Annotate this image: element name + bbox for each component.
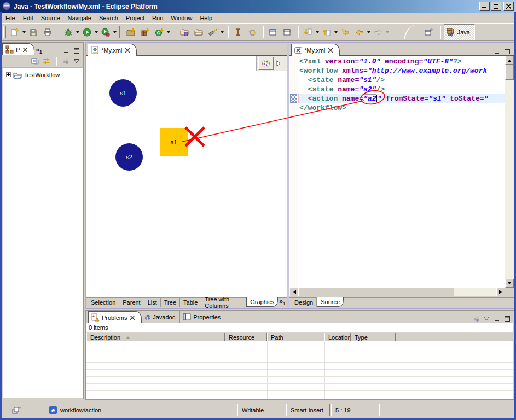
- new-wizard-dropdown[interactable]: [22, 31, 26, 35]
- scroll-up-icon[interactable]: [505, 56, 514, 65]
- column-type[interactable]: Type: [351, 332, 396, 342]
- window-remove-button[interactable]: [280, 26, 294, 39]
- open-resource-button[interactable]: [192, 26, 206, 39]
- external-tools-button[interactable]: [98, 26, 113, 39]
- menu-search[interactable]: Search: [95, 14, 122, 22]
- view-menu-icon[interactable]: [72, 57, 81, 65]
- maximize-editor-icon[interactable]: [503, 48, 512, 55]
- column-path[interactable]: Path: [267, 332, 324, 342]
- code-line[interactable]: <state name="s1"/>: [299, 75, 505, 85]
- maximize-view-icon[interactable]: [72, 47, 81, 55]
- view-menu-icon[interactable]: [482, 315, 491, 323]
- scroll-left-icon[interactable]: [289, 288, 298, 296]
- open-type-button[interactable]: [177, 26, 192, 39]
- menu-edit[interactable]: Edit: [19, 14, 37, 22]
- search-dropdown[interactable]: [221, 31, 224, 35]
- bottom-tab-overflow-chevron[interactable]: »1: [278, 298, 287, 306]
- code-lines[interactable]: <?xml version="1.0" encoding="UTF-8"?><w…: [299, 56, 505, 288]
- vertical-scroll-thumb[interactable]: [505, 65, 514, 80]
- annotation-ruler[interactable]: [289, 56, 298, 288]
- tab-package-explorer[interactable]: P: [2, 43, 34, 55]
- java-perspective-button[interactable]: Java: [444, 24, 475, 40]
- jar-refresh-button[interactable]: [245, 26, 259, 39]
- last-edit-location-button[interactable]: [338, 26, 352, 39]
- menu-source[interactable]: Source: [37, 14, 64, 22]
- new-class-button[interactable]: [152, 26, 166, 39]
- menu-run[interactable]: Run: [148, 14, 167, 22]
- column-location[interactable]: Location: [324, 332, 351, 342]
- tab-source-myxml[interactable]: *My.xml: [291, 44, 340, 56]
- print-button[interactable]: [40, 26, 55, 39]
- minimize-editor-icon[interactable]: [492, 48, 501, 55]
- previous-annotation-button[interactable]: [320, 26, 334, 39]
- btab-parent[interactable]: Parent: [119, 298, 144, 307]
- tab-javadoc[interactable]: @ Javadoc: [142, 311, 180, 323]
- palette-expand-arrow-icon[interactable]: [275, 60, 281, 67]
- link-with-editor-icon[interactable]: [42, 57, 50, 65]
- palette-button[interactable]: [258, 57, 274, 70]
- new-wizard-button[interactable]: [8, 26, 22, 39]
- debug-button[interactable]: [61, 26, 76, 39]
- column-description[interactable]: Description: [86, 332, 225, 342]
- state-node-s2[interactable]: s2: [115, 143, 143, 171]
- fast-view-button[interactable]: [7, 404, 22, 416]
- external-tools-dropdown[interactable]: [113, 31, 117, 35]
- graphics-canvas[interactable]: s1 s2 a1: [86, 55, 287, 298]
- minimize-button[interactable]: [479, 2, 490, 11]
- maximize-view-icon[interactable]: [503, 315, 512, 323]
- tab-overflow-chevron[interactable]: »1: [34, 46, 43, 55]
- menu-project[interactable]: Project: [122, 14, 148, 22]
- next-annotation-button[interactable]: [301, 26, 315, 39]
- code-line[interactable]: <state name="s2"/>: [299, 85, 505, 94]
- ruler-annotation-marker[interactable]: [290, 94, 297, 103]
- forward-dropdown[interactable]: [386, 31, 389, 35]
- problems-filter-icon[interactable]: [472, 315, 480, 323]
- close-icon[interactable]: [328, 48, 333, 52]
- menu-help[interactable]: Help: [196, 14, 216, 22]
- filters-icon[interactable]: [61, 57, 70, 65]
- close-button[interactable]: [503, 2, 514, 11]
- collapse-all-icon[interactable]: [31, 57, 39, 65]
- back-button[interactable]: [352, 26, 367, 39]
- column-resource[interactable]: Resource: [225, 332, 267, 342]
- save-button[interactable]: [26, 26, 40, 39]
- new-class-dropdown[interactable]: [167, 31, 170, 35]
- code-line[interactable]: </workflow>: [299, 103, 505, 113]
- btab-tree-with-columns[interactable]: Tree with Columns: [201, 298, 246, 307]
- btab-selection[interactable]: Selection: [88, 298, 119, 307]
- title-bar[interactable]: Java - TestWorkflow/My.xml - Eclipse Pla…: [0, 0, 516, 13]
- scroll-down-icon[interactable]: [505, 279, 514, 288]
- window-add-button[interactable]: [266, 26, 280, 39]
- close-icon[interactable]: [125, 48, 130, 52]
- problems-table-body[interactable]: [86, 341, 513, 399]
- new-java-project-button[interactable]: [124, 26, 138, 39]
- menu-window[interactable]: Window: [167, 14, 196, 22]
- open-perspective-button[interactable]: [422, 25, 436, 39]
- back-dropdown[interactable]: [367, 31, 370, 35]
- scroll-right-icon[interactable]: [496, 288, 505, 296]
- source-text-area[interactable]: <?xml version="1.0" encoding="UTF-8"?><w…: [289, 55, 514, 288]
- forward-button[interactable]: [371, 26, 385, 39]
- horizontal-scrollbar[interactable]: [289, 288, 505, 296]
- code-line[interactable]: <workflow xmlns="http://www.example.org/…: [299, 66, 505, 75]
- vertical-scrollbar[interactable]: [505, 56, 514, 288]
- close-icon[interactable]: [23, 48, 27, 52]
- search-button[interactable]: [206, 26, 220, 39]
- code-line[interactable]: <?xml version="1.0" encoding="UTF-8"?>: [299, 57, 505, 66]
- maximize-button[interactable]: [491, 2, 501, 11]
- btab-table[interactable]: Table: [180, 298, 201, 307]
- minimize-view-icon[interactable]: [492, 315, 501, 323]
- btab-tree[interactable]: Tree: [161, 298, 180, 307]
- btab-source[interactable]: Source: [317, 297, 344, 307]
- btab-design[interactable]: Design: [291, 298, 317, 307]
- new-package-button[interactable]: [138, 26, 152, 39]
- horizontal-scroll-thumb[interactable]: [298, 288, 454, 296]
- minimize-view-icon[interactable]: [62, 47, 71, 55]
- state-node-s1[interactable]: s1: [109, 79, 137, 107]
- expand-icon[interactable]: [6, 72, 11, 77]
- tab-problems[interactable]: Problems: [88, 311, 142, 323]
- btab-list[interactable]: List: [144, 298, 161, 307]
- toolbar-grip[interactable]: [3, 26, 6, 38]
- tab-properties[interactable]: Properties: [180, 311, 225, 323]
- debug-dropdown[interactable]: [76, 31, 79, 35]
